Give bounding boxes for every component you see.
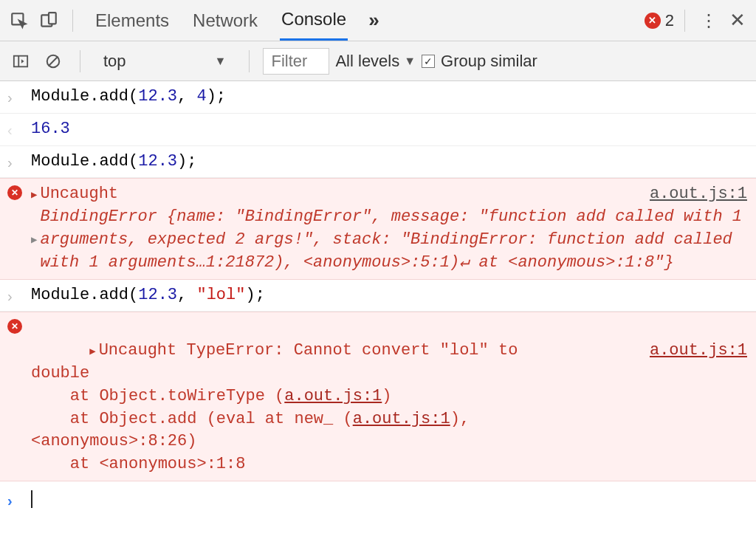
- error-count-badge[interactable]: 2: [645, 11, 674, 30]
- source-link[interactable]: a.out.js:1: [284, 387, 382, 405]
- output-value[interactable]: 16.3: [31, 118, 747, 141]
- inspect-icon[interactable]: [6, 7, 32, 34]
- input-code[interactable]: Module.add(12.3, 4);: [31, 86, 747, 109]
- svg-line-6: [49, 56, 58, 66]
- levels-label: All levels: [335, 52, 399, 71]
- separator: [684, 10, 685, 32]
- input-code[interactable]: Module.add(12.3);: [31, 151, 747, 174]
- context-selector[interactable]: top ▼: [94, 49, 236, 74]
- console-toolbar: top ▼ All levels ▼ ✓ Group similar: [0, 41, 756, 81]
- console-error-row: ✕ a.out.js:1▶Uncaught TypeError: Cannot …: [0, 312, 756, 481]
- error-object[interactable]: BindingError {name: "BindingError", mess…: [40, 206, 747, 274]
- tab-console[interactable]: Console: [280, 0, 348, 41]
- separator: [80, 50, 80, 72]
- group-similar-label: Group similar: [441, 52, 537, 71]
- expand-triangle-icon[interactable]: ▶: [31, 188, 37, 203]
- console-input-row: › Module.add(12.3, "lol");: [0, 280, 756, 312]
- error-message[interactable]: a.out.js:1 ▶Uncaught ▶BindingError {name…: [31, 183, 747, 274]
- tab-elements[interactable]: Elements: [94, 1, 171, 40]
- filter-input[interactable]: [263, 48, 329, 75]
- close-icon[interactable]: ✕: [725, 9, 750, 32]
- input-chevron-icon: ›: [7, 284, 24, 307]
- kebab-menu-icon[interactable]: ⋮: [695, 10, 722, 31]
- panel-tabs: Elements Network Console »: [94, 0, 642, 41]
- console-error-row: ✕ a.out.js:1 ▶Uncaught ▶BindingError {na…: [0, 178, 756, 279]
- console-input-row: › Module.add(12.3, 4);: [0, 81, 756, 114]
- console-input-row: › Module.add(12.3);: [0, 146, 756, 179]
- separator: [249, 50, 250, 72]
- log-levels-selector[interactable]: All levels ▼: [335, 52, 416, 71]
- more-tabs-icon[interactable]: »: [368, 9, 379, 32]
- source-link[interactable]: a.out.js:1: [650, 183, 747, 206]
- console-input[interactable]: [31, 489, 747, 512]
- source-link[interactable]: a.out.js:1: [650, 340, 747, 363]
- error-icon: ✕: [7, 317, 24, 476]
- cursor: [31, 490, 32, 508]
- separator: [72, 10, 73, 32]
- svg-rect-2: [49, 13, 56, 24]
- prompt-chevron-icon: ›: [7, 489, 24, 512]
- expand-triangle-icon[interactable]: ▶: [31, 233, 37, 248]
- expand-triangle-icon[interactable]: ▶: [89, 345, 95, 360]
- console-output-row: ‹ 16.3: [0, 114, 756, 146]
- group-similar-checkbox[interactable]: ✓: [422, 55, 435, 68]
- console-prompt[interactable]: ›: [0, 481, 756, 516]
- chevron-down-icon: ▼: [215, 55, 227, 68]
- sidebar-toggle-icon[interactable]: [7, 48, 34, 75]
- error-icon: ✕: [7, 183, 24, 274]
- error-count: 2: [665, 11, 674, 30]
- input-chevron-icon: ›: [7, 151, 24, 174]
- error-message[interactable]: a.out.js:1▶Uncaught TypeError: Cannot co…: [31, 317, 747, 476]
- input-code[interactable]: Module.add(12.3, "lol");: [31, 284, 747, 307]
- console-log-area: › Module.add(12.3, 4); ‹ 16.3 › Module.a…: [0, 81, 756, 516]
- device-toggle-icon[interactable]: [35, 7, 62, 34]
- tab-network[interactable]: Network: [191, 1, 259, 40]
- source-link[interactable]: a.out.js:1: [353, 410, 450, 428]
- chevron-down-icon: ▼: [404, 55, 416, 68]
- clear-console-icon[interactable]: [40, 48, 66, 75]
- input-chevron-icon: ›: [7, 86, 24, 109]
- svg-rect-3: [14, 55, 27, 66]
- error-icon: [645, 13, 661, 29]
- devtools-top-toolbar: Elements Network Console » 2 ⋮ ✕: [0, 0, 756, 41]
- output-chevron-icon: ‹: [7, 118, 24, 141]
- context-value: top: [94, 49, 215, 73]
